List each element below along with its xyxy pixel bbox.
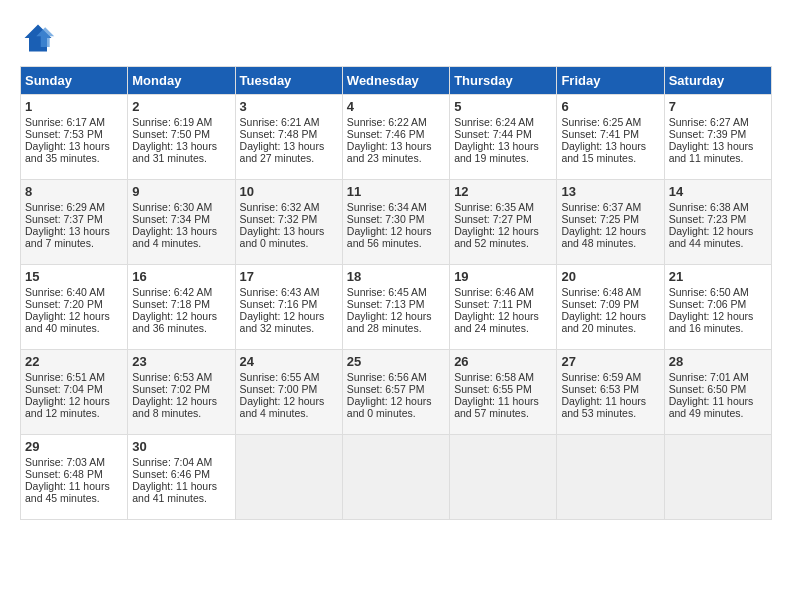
calendar-cell (664, 435, 771, 520)
day-number: 14 (669, 184, 767, 199)
daylight: Daylight: 13 hours and 23 minutes. (347, 140, 432, 164)
day-number: 7 (669, 99, 767, 114)
day-number: 20 (561, 269, 659, 284)
sunrise: Sunrise: 6:38 AM (669, 201, 749, 213)
calendar-cell: 14Sunrise: 6:38 AMSunset: 7:23 PMDayligh… (664, 180, 771, 265)
calendar-row: 29Sunrise: 7:03 AMSunset: 6:48 PMDayligh… (21, 435, 772, 520)
sunset: Sunset: 7:34 PM (132, 213, 210, 225)
dow-header: Thursday (450, 67, 557, 95)
dow-header: Wednesday (342, 67, 449, 95)
calendar-cell: 15Sunrise: 6:40 AMSunset: 7:20 PMDayligh… (21, 265, 128, 350)
sunset: Sunset: 7:48 PM (240, 128, 318, 140)
sunset: Sunset: 7:37 PM (25, 213, 103, 225)
day-number: 28 (669, 354, 767, 369)
sunset: Sunset: 7:44 PM (454, 128, 532, 140)
dow-header: Monday (128, 67, 235, 95)
sunset: Sunset: 7:23 PM (669, 213, 747, 225)
day-number: 16 (132, 269, 230, 284)
calendar-cell: 3Sunrise: 6:21 AMSunset: 7:48 PMDaylight… (235, 95, 342, 180)
sunrise: Sunrise: 6:29 AM (25, 201, 105, 213)
dow-header: Sunday (21, 67, 128, 95)
sunrise: Sunrise: 6:42 AM (132, 286, 212, 298)
sunset: Sunset: 7:04 PM (25, 383, 103, 395)
calendar-cell: 22Sunrise: 6:51 AMSunset: 7:04 PMDayligh… (21, 350, 128, 435)
calendar-cell: 26Sunrise: 6:58 AMSunset: 6:55 PMDayligh… (450, 350, 557, 435)
sunrise: Sunrise: 7:04 AM (132, 456, 212, 468)
calendar-cell: 25Sunrise: 6:56 AMSunset: 6:57 PMDayligh… (342, 350, 449, 435)
calendar-cell: 6Sunrise: 6:25 AMSunset: 7:41 PMDaylight… (557, 95, 664, 180)
day-number: 18 (347, 269, 445, 284)
sunset: Sunset: 7:20 PM (25, 298, 103, 310)
day-number: 13 (561, 184, 659, 199)
sunrise: Sunrise: 6:50 AM (669, 286, 749, 298)
sunrise: Sunrise: 6:24 AM (454, 116, 534, 128)
calendar-row: 1Sunrise: 6:17 AMSunset: 7:53 PMDaylight… (21, 95, 772, 180)
sunset: Sunset: 7:53 PM (25, 128, 103, 140)
calendar-table: SundayMondayTuesdayWednesdayThursdayFrid… (20, 66, 772, 520)
calendar-cell: 11Sunrise: 6:34 AMSunset: 7:30 PMDayligh… (342, 180, 449, 265)
daylight: Daylight: 13 hours and 35 minutes. (25, 140, 110, 164)
sunrise: Sunrise: 6:46 AM (454, 286, 534, 298)
sunrise: Sunrise: 6:51 AM (25, 371, 105, 383)
sunset: Sunset: 7:50 PM (132, 128, 210, 140)
daylight: Daylight: 12 hours and 36 minutes. (132, 310, 217, 334)
sunset: Sunset: 7:25 PM (561, 213, 639, 225)
calendar-cell: 27Sunrise: 6:59 AMSunset: 6:53 PMDayligh… (557, 350, 664, 435)
sunset: Sunset: 7:30 PM (347, 213, 425, 225)
day-number: 17 (240, 269, 338, 284)
day-number: 11 (347, 184, 445, 199)
calendar-cell: 23Sunrise: 6:53 AMSunset: 7:02 PMDayligh… (128, 350, 235, 435)
day-number: 4 (347, 99, 445, 114)
daylight: Daylight: 12 hours and 20 minutes. (561, 310, 646, 334)
sunrise: Sunrise: 6:40 AM (25, 286, 105, 298)
day-number: 26 (454, 354, 552, 369)
calendar-cell: 10Sunrise: 6:32 AMSunset: 7:32 PMDayligh… (235, 180, 342, 265)
day-number: 27 (561, 354, 659, 369)
sunrise: Sunrise: 6:56 AM (347, 371, 427, 383)
sunset: Sunset: 7:32 PM (240, 213, 318, 225)
calendar-cell: 21Sunrise: 6:50 AMSunset: 7:06 PMDayligh… (664, 265, 771, 350)
calendar-row: 22Sunrise: 6:51 AMSunset: 7:04 PMDayligh… (21, 350, 772, 435)
daylight: Daylight: 11 hours and 49 minutes. (669, 395, 754, 419)
day-number: 2 (132, 99, 230, 114)
calendar-cell: 30Sunrise: 7:04 AMSunset: 6:46 PMDayligh… (128, 435, 235, 520)
day-number: 1 (25, 99, 123, 114)
day-number: 23 (132, 354, 230, 369)
sunrise: Sunrise: 6:22 AM (347, 116, 427, 128)
daylight: Daylight: 13 hours and 7 minutes. (25, 225, 110, 249)
sunrise: Sunrise: 7:03 AM (25, 456, 105, 468)
sunrise: Sunrise: 6:43 AM (240, 286, 320, 298)
sunset: Sunset: 6:48 PM (25, 468, 103, 480)
sunrise: Sunrise: 6:59 AM (561, 371, 641, 383)
daylight: Daylight: 13 hours and 31 minutes. (132, 140, 217, 164)
logo (20, 20, 62, 56)
sunrise: Sunrise: 6:30 AM (132, 201, 212, 213)
calendar-cell (450, 435, 557, 520)
sunset: Sunset: 6:53 PM (561, 383, 639, 395)
daylight: Daylight: 11 hours and 41 minutes. (132, 480, 217, 504)
dow-header: Tuesday (235, 67, 342, 95)
day-number: 8 (25, 184, 123, 199)
daylight: Daylight: 11 hours and 45 minutes. (25, 480, 110, 504)
sunset: Sunset: 7:09 PM (561, 298, 639, 310)
sunrise: Sunrise: 6:19 AM (132, 116, 212, 128)
calendar-cell (557, 435, 664, 520)
daylight: Daylight: 12 hours and 28 minutes. (347, 310, 432, 334)
day-number: 25 (347, 354, 445, 369)
daylight: Daylight: 13 hours and 15 minutes. (561, 140, 646, 164)
sunset: Sunset: 6:57 PM (347, 383, 425, 395)
sunset: Sunset: 7:41 PM (561, 128, 639, 140)
calendar-cell: 20Sunrise: 6:48 AMSunset: 7:09 PMDayligh… (557, 265, 664, 350)
day-number: 24 (240, 354, 338, 369)
calendar-cell: 18Sunrise: 6:45 AMSunset: 7:13 PMDayligh… (342, 265, 449, 350)
daylight: Daylight: 12 hours and 52 minutes. (454, 225, 539, 249)
sunrise: Sunrise: 7:01 AM (669, 371, 749, 383)
daylight: Daylight: 13 hours and 11 minutes. (669, 140, 754, 164)
daylight: Daylight: 11 hours and 57 minutes. (454, 395, 539, 419)
calendar-cell: 12Sunrise: 6:35 AMSunset: 7:27 PMDayligh… (450, 180, 557, 265)
sunset: Sunset: 7:18 PM (132, 298, 210, 310)
daylight: Daylight: 12 hours and 8 minutes. (132, 395, 217, 419)
day-number: 30 (132, 439, 230, 454)
calendar-cell: 16Sunrise: 6:42 AMSunset: 7:18 PMDayligh… (128, 265, 235, 350)
calendar-cell: 28Sunrise: 7:01 AMSunset: 6:50 PMDayligh… (664, 350, 771, 435)
